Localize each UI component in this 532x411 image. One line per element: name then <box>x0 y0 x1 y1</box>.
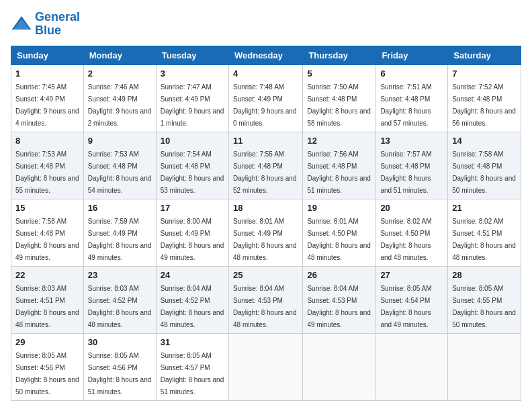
day-info: Sunrise: 7:53 AMSunset: 4:48 PMDaylight:… <box>15 150 79 194</box>
day-number: 15 <box>15 203 79 213</box>
day-number: 24 <box>161 270 224 280</box>
calendar-cell: 14 Sunrise: 7:58 AMSunset: 4:48 PMDaylig… <box>448 132 521 199</box>
logo: General Blue <box>11 11 80 38</box>
calendar-cell: 27 Sunrise: 8:05 AMSunset: 4:54 PMDaylig… <box>376 266 448 333</box>
day-info: Sunrise: 7:57 AMSunset: 4:48 PMDaylight:… <box>380 150 431 194</box>
calendar-cell: 8 Sunrise: 7:53 AMSunset: 4:48 PMDayligh… <box>11 132 84 199</box>
day-number: 19 <box>307 203 371 213</box>
day-header-thursday: Thursday <box>303 46 376 64</box>
day-info: Sunrise: 8:04 AMSunset: 4:53 PMDaylight:… <box>233 285 297 328</box>
day-number: 23 <box>88 270 152 280</box>
calendar-week-5: 29 Sunrise: 8:05 AMSunset: 4:56 PMDaylig… <box>11 333 521 400</box>
calendar-cell: 29 Sunrise: 8:05 AMSunset: 4:56 PMDaylig… <box>11 333 84 400</box>
day-info: Sunrise: 7:58 AMSunset: 4:48 PMDaylight:… <box>452 150 516 194</box>
day-number: 29 <box>15 337 79 347</box>
day-header-sunday: Sunday <box>11 46 84 64</box>
day-info: Sunrise: 7:50 AMSunset: 4:48 PMDaylight:… <box>307 83 371 127</box>
day-info: Sunrise: 7:51 AMSunset: 4:48 PMDaylight:… <box>380 83 431 127</box>
day-number: 20 <box>380 203 443 213</box>
calendar-cell: 6 Sunrise: 7:51 AMSunset: 4:48 PMDayligh… <box>376 64 448 132</box>
day-header-friday: Friday <box>376 46 448 64</box>
calendar-cell: 18 Sunrise: 8:01 AMSunset: 4:49 PMDaylig… <box>228 199 302 266</box>
day-info: Sunrise: 8:05 AMSunset: 4:56 PMDaylight:… <box>88 352 152 396</box>
day-number: 26 <box>307 270 371 280</box>
calendar-cell: 2 Sunrise: 7:46 AMSunset: 4:49 PMDayligh… <box>83 64 156 132</box>
calendar-cell: 24 Sunrise: 8:04 AMSunset: 4:52 PMDaylig… <box>156 266 228 333</box>
calendar-cell: 5 Sunrise: 7:50 AMSunset: 4:48 PMDayligh… <box>303 64 376 132</box>
day-number: 28 <box>452 270 517 280</box>
day-number: 17 <box>161 203 224 213</box>
day-number: 12 <box>307 136 371 146</box>
day-info: Sunrise: 7:55 AMSunset: 4:48 PMDaylight:… <box>233 150 297 194</box>
day-number: 7 <box>452 68 517 79</box>
day-info: Sunrise: 8:01 AMSunset: 4:50 PMDaylight:… <box>307 218 371 261</box>
day-number: 21 <box>452 203 517 213</box>
calendar-cell: 23 Sunrise: 8:03 AMSunset: 4:52 PMDaylig… <box>83 266 156 333</box>
day-number: 25 <box>233 270 298 280</box>
calendar-cell: 28 Sunrise: 8:05 AMSunset: 4:55 PMDaylig… <box>448 266 521 333</box>
day-number: 13 <box>380 136 443 146</box>
day-number: 5 <box>307 68 371 79</box>
calendar-week-4: 22 Sunrise: 8:03 AMSunset: 4:51 PMDaylig… <box>11 266 521 333</box>
calendar-cell: 17 Sunrise: 8:00 AMSunset: 4:49 PMDaylig… <box>156 199 228 266</box>
day-info: Sunrise: 7:45 AMSunset: 4:49 PMDaylight:… <box>15 83 79 127</box>
calendar-week-2: 8 Sunrise: 7:53 AMSunset: 4:48 PMDayligh… <box>11 132 521 199</box>
day-number: 30 <box>88 337 152 347</box>
day-number: 16 <box>88 203 152 213</box>
day-number: 14 <box>452 136 517 146</box>
day-info: Sunrise: 8:04 AMSunset: 4:52 PMDaylight:… <box>161 285 224 328</box>
day-number: 3 <box>161 68 224 79</box>
day-info: Sunrise: 7:56 AMSunset: 4:48 PMDaylight:… <box>307 150 371 194</box>
day-info: Sunrise: 7:59 AMSunset: 4:49 PMDaylight:… <box>88 218 152 261</box>
day-header-tuesday: Tuesday <box>156 46 228 64</box>
day-header-wednesday: Wednesday <box>228 46 302 64</box>
calendar-cell: 11 Sunrise: 7:55 AMSunset: 4:48 PMDaylig… <box>228 132 302 199</box>
calendar-cell: 1 Sunrise: 7:45 AMSunset: 4:49 PMDayligh… <box>11 64 84 132</box>
calendar-cell: 10 Sunrise: 7:54 AMSunset: 4:48 PMDaylig… <box>156 132 228 199</box>
day-number: 4 <box>233 68 298 79</box>
day-header-saturday: Saturday <box>448 46 521 64</box>
calendar-cell: 4 Sunrise: 7:48 AMSunset: 4:49 PMDayligh… <box>228 64 302 132</box>
day-number: 8 <box>15 136 79 146</box>
day-info: Sunrise: 7:58 AMSunset: 4:48 PMDaylight:… <box>15 218 79 261</box>
day-info: Sunrise: 7:53 AMSunset: 4:48 PMDaylight:… <box>88 150 152 194</box>
calendar-cell <box>228 333 302 400</box>
logo-icon <box>11 13 32 35</box>
day-info: Sunrise: 8:05 AMSunset: 4:56 PMDaylight:… <box>15 352 79 396</box>
calendar-cell: 13 Sunrise: 7:57 AMSunset: 4:48 PMDaylig… <box>376 132 448 199</box>
day-number: 9 <box>88 136 152 146</box>
day-info: Sunrise: 8:03 AMSunset: 4:51 PMDaylight:… <box>15 285 79 328</box>
day-info: Sunrise: 8:05 AMSunset: 4:54 PMDaylight:… <box>380 285 431 328</box>
calendar-cell: 15 Sunrise: 7:58 AMSunset: 4:48 PMDaylig… <box>11 199 84 266</box>
day-number: 22 <box>15 270 79 280</box>
calendar-cell <box>448 333 521 400</box>
day-number: 18 <box>233 203 298 213</box>
calendar-cell: 31 Sunrise: 8:05 AMSunset: 4:57 PMDaylig… <box>156 333 228 400</box>
calendar-week-1: 1 Sunrise: 7:45 AMSunset: 4:49 PMDayligh… <box>11 64 521 132</box>
day-info: Sunrise: 7:48 AMSunset: 4:49 PMDaylight:… <box>233 83 297 127</box>
calendar-table: SundayMondayTuesdayWednesdayThursdayFrid… <box>11 46 521 401</box>
day-number: 31 <box>161 337 224 347</box>
calendar-cell: 21 Sunrise: 8:02 AMSunset: 4:51 PMDaylig… <box>448 199 521 266</box>
day-info: Sunrise: 8:05 AMSunset: 4:57 PMDaylight:… <box>161 352 224 396</box>
day-number: 1 <box>15 68 79 79</box>
day-number: 2 <box>88 68 152 79</box>
calendar-cell: 25 Sunrise: 8:04 AMSunset: 4:53 PMDaylig… <box>228 266 302 333</box>
calendar-cell: 9 Sunrise: 7:53 AMSunset: 4:48 PMDayligh… <box>83 132 156 199</box>
day-number: 6 <box>380 68 443 79</box>
day-info: Sunrise: 8:04 AMSunset: 4:53 PMDaylight:… <box>307 285 371 328</box>
calendar-cell: 16 Sunrise: 7:59 AMSunset: 4:49 PMDaylig… <box>83 199 156 266</box>
day-info: Sunrise: 7:47 AMSunset: 4:49 PMDaylight:… <box>161 83 224 127</box>
page-header: General Blue <box>11 11 521 38</box>
calendar-cell: 30 Sunrise: 8:05 AMSunset: 4:56 PMDaylig… <box>83 333 156 400</box>
day-header-monday: Monday <box>83 46 156 64</box>
calendar-cell: 26 Sunrise: 8:04 AMSunset: 4:53 PMDaylig… <box>303 266 376 333</box>
logo-text: General Blue <box>35 11 80 38</box>
day-info: Sunrise: 7:46 AMSunset: 4:49 PMDaylight:… <box>88 83 152 127</box>
day-number: 10 <box>161 136 224 146</box>
calendar-week-3: 15 Sunrise: 7:58 AMSunset: 4:48 PMDaylig… <box>11 199 521 266</box>
calendar-cell: 19 Sunrise: 8:01 AMSunset: 4:50 PMDaylig… <box>303 199 376 266</box>
calendar-cell: 7 Sunrise: 7:52 AMSunset: 4:48 PMDayligh… <box>448 64 521 132</box>
day-info: Sunrise: 8:05 AMSunset: 4:55 PMDaylight:… <box>452 285 516 328</box>
day-number: 27 <box>380 270 443 280</box>
